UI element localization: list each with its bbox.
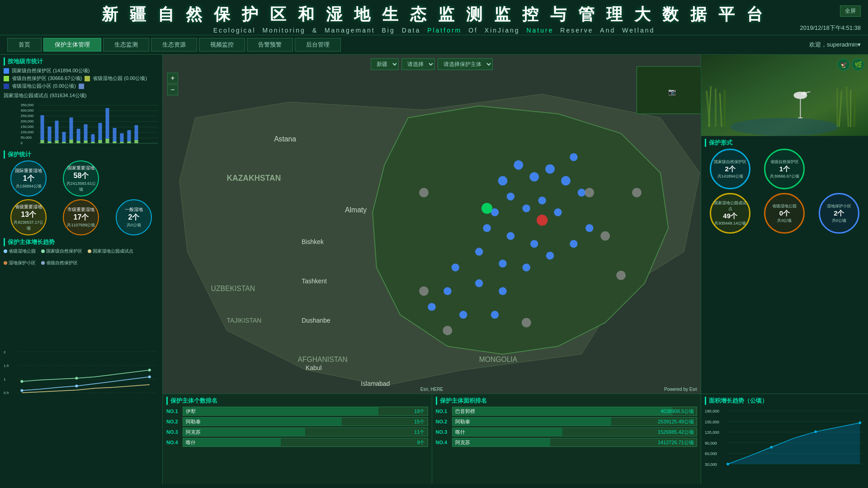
svg-point-77 xyxy=(561,176,571,186)
svg-text:120,000: 120,000 xyxy=(705,430,719,435)
map-area: + − 新疆 请选择 请选择保护主体 xyxy=(163,55,701,394)
type-label-national: 国家级自然保护区 xyxy=(714,159,746,165)
count-rank-bar-3: 阿克苏 11个 xyxy=(183,427,428,436)
trend-dot-4 xyxy=(4,261,7,265)
legend-wetland-park: 省级湿地公园 (0.00公顷) xyxy=(93,75,147,82)
count-rank-section: 保护主体个数排名 NO.1 伊犁 19个 NO.2 xyxy=(163,394,432,484)
area-rank-no-1: NO.1 xyxy=(436,408,450,414)
subtitle-amp: & xyxy=(312,27,318,34)
circle-city-label: 市级重要湿地 xyxy=(67,206,94,213)
area-rank-no-2: NO.2 xyxy=(436,419,450,424)
count-rank-value-2: 15个 xyxy=(414,418,425,425)
subtitle-platform: Platform xyxy=(427,27,462,34)
count-rank-fill-4 xyxy=(183,438,281,446)
svg-point-57 xyxy=(148,369,151,371)
area-rank-fill-1 xyxy=(453,407,672,415)
legend-dot-wetland-park xyxy=(85,76,90,81)
svg-rect-31 xyxy=(91,142,95,143)
area-rank-bar-4: 阿克苏 1412726.71公顷 xyxy=(452,438,698,447)
nav-resources[interactable]: 生态资源 xyxy=(151,38,197,52)
nav-video[interactable]: 视频监控 xyxy=(199,38,245,52)
legend-area: 国家级自然保护区 (141894.00公顷) 省级自然保护区 (30666.67… xyxy=(4,67,159,100)
circle-prov-count: 13个 xyxy=(21,210,36,220)
svg-text:1.5: 1.5 xyxy=(4,364,9,368)
svg-text:AFGHANISTAN: AFGHANISTAN xyxy=(297,356,347,363)
area-rank-section: 保护主体面积排名 NO.1 巴音郭楞 4038908.5公顷 NO.2 xyxy=(432,394,701,484)
datetime-display: 2019/12/18下午4:51:38 xyxy=(800,24,861,32)
area-chart-container: 180,000 150,000 120,000 90,000 60,000 30… xyxy=(705,407,864,474)
legend-row-2: 省级自然保护区 (30666.67公顷) 省级湿地公园 (0.00公顷) xyxy=(4,75,159,82)
circle-general: 一般湿地 2个 共0公顷 xyxy=(109,199,159,235)
count-rank-row-4: NO.4 喀什 9个 xyxy=(166,438,428,447)
legend-dot-trial xyxy=(79,84,84,89)
svg-point-86 xyxy=(483,224,491,232)
svg-rect-120 xyxy=(724,90,726,127)
nav-protection[interactable]: 保护主体管理 xyxy=(43,38,101,52)
svg-text:2: 2 xyxy=(4,350,6,354)
count-rank-value-1: 19个 xyxy=(414,408,425,415)
sub-region-select[interactable]: 请选择 xyxy=(401,58,435,70)
svg-rect-17 xyxy=(41,140,44,143)
svg-point-78 xyxy=(498,176,508,186)
type-label-natl-wetland: 国家湿地公园成试点 xyxy=(714,200,746,212)
area-rank-row-2: NO.2 阿勒泰 2539125.49公顷 xyxy=(436,417,698,426)
region-select[interactable]: 新疆 xyxy=(371,58,399,70)
zoom-in-button[interactable]: + xyxy=(167,73,178,84)
svg-point-54 xyxy=(148,375,151,378)
svg-text:Islamabad: Islamabad xyxy=(361,380,390,387)
stats-title: 按地级市统计 xyxy=(4,57,159,66)
svg-point-98 xyxy=(443,287,451,295)
svg-point-102 xyxy=(481,203,492,214)
center-panel: + − 新疆 请选择 请选择保护主体 xyxy=(163,55,701,484)
nav-ecology[interactable]: 生态监测 xyxy=(103,38,149,52)
area-rank-table: NO.1 巴音郭楞 4038908.5公顷 NO.2 阿勒泰 2539125.4… xyxy=(436,407,698,447)
count-rank-bar-1: 伊犁 19个 xyxy=(183,407,428,416)
nav-backend[interactable]: 后台管理 xyxy=(295,38,341,52)
svg-rect-23 xyxy=(62,142,66,143)
svg-point-83 xyxy=(554,208,561,216)
svg-point-93 xyxy=(570,240,577,248)
area-rank-value-2: 2539125.49公顷 xyxy=(658,418,694,425)
subtitle-data: Data xyxy=(402,27,421,34)
nav-home[interactable]: 首页 xyxy=(7,38,42,52)
svg-marker-143 xyxy=(728,423,860,464)
count-rank-table: NO.1 伊犁 19个 NO.2 阿勒泰 15个 xyxy=(166,407,428,447)
area-rank-title: 保护主体面积排名 xyxy=(436,397,698,405)
type-area-wetland-sub: 共0公顷 xyxy=(832,218,846,224)
zoom-out-button[interactable]: − xyxy=(167,84,178,95)
circle-international: 国际重要湿地 1个 共136894公顷 xyxy=(4,160,53,197)
svg-point-85 xyxy=(578,189,585,197)
circle-national: 国家重要湿地 58个 共2413583.61公顷 xyxy=(56,160,106,197)
type-count-wetland-sub: 2个 xyxy=(834,209,844,218)
svg-point-92 xyxy=(546,252,554,259)
circle-natl-count: 58个 xyxy=(74,171,89,181)
area-rank-value-4: 1412726.71公顷 xyxy=(658,439,694,446)
svg-text:MONGOLIA: MONGOLIA xyxy=(479,356,518,363)
fullscreen-button[interactable]: 全屏 xyxy=(840,5,861,17)
svg-point-88 xyxy=(530,240,538,248)
svg-point-101 xyxy=(491,311,499,319)
svg-text:0.5: 0.5 xyxy=(4,391,9,395)
trend-legend-1: 省级湿地公园 xyxy=(4,248,36,254)
type-ring-prov-wetland: 省级湿地公园 0个 共0公顷 xyxy=(764,193,805,234)
types-grid: 国家级自然保护区 2个 共141894公顷 省级自然保护区 1个 共30666.… xyxy=(705,149,864,234)
type-national-wetland: 国家湿地公园成试点 49个 共935449.14公顷 xyxy=(705,193,755,234)
area-rank-fill-2 xyxy=(453,418,611,426)
protection-select[interactable]: 请选择保护主体 xyxy=(438,58,493,70)
svg-point-75 xyxy=(529,172,539,182)
trend-dot-3 xyxy=(88,249,91,253)
map-filters: 新疆 请选择 请选择保护主体 xyxy=(371,58,493,70)
trend-legend-5: 省级自然保护区 xyxy=(41,260,78,266)
legend-dot-subarea xyxy=(4,84,9,89)
esri-label: Powered by Esri xyxy=(664,387,697,392)
svg-text:180,000: 180,000 xyxy=(705,409,719,413)
svg-point-97 xyxy=(499,287,506,295)
type-count-national: 2个 xyxy=(725,165,735,174)
type-province-wetland: 省级湿地公园 0个 共0公顷 xyxy=(759,193,810,234)
type-count-prov-wetland: 0个 xyxy=(779,209,790,218)
right-panel: 🦅 🌿 保护形式 国家级自然保护区 2个 共141894公顷 省级自然保护区 xyxy=(701,55,868,484)
nav-alert[interactable]: 告警预警 xyxy=(247,38,293,52)
svg-point-105 xyxy=(585,188,594,197)
user-greeting[interactable]: 欢迎，superadmin▾ xyxy=(809,41,861,49)
area-rank-bar-3: 喀什 1526985.42公顷 xyxy=(452,427,698,436)
